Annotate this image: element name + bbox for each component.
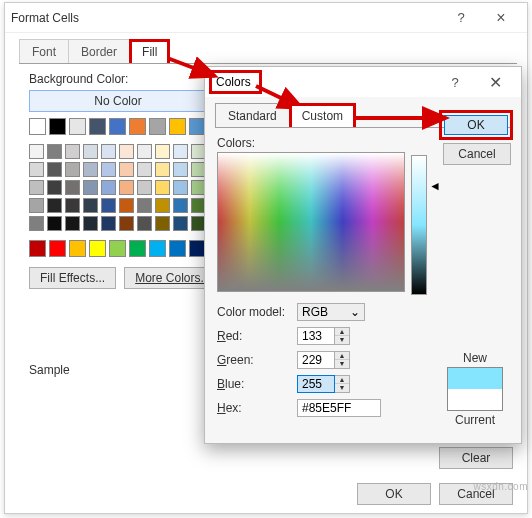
red-label: Red: [217,329,297,343]
spin-up-icon[interactable]: ▲ [335,328,349,336]
green-input[interactable] [297,351,335,369]
current-color-swatch [448,389,502,410]
colors-ok-button[interactable]: OK [444,115,508,135]
blue-spinner[interactable]: ▲▼ [297,375,350,393]
color-swatch[interactable] [83,180,98,195]
color-swatch[interactable] [155,216,170,231]
color-swatch[interactable] [119,198,134,213]
color-swatch[interactable] [155,144,170,159]
color-swatch[interactable] [29,118,46,135]
color-swatch[interactable] [173,144,188,159]
color-swatch[interactable] [29,162,44,177]
color-swatch[interactable] [137,144,152,159]
colors-help-button[interactable]: ? [435,68,475,96]
new-label: New [443,351,507,365]
color-swatch[interactable] [29,180,44,195]
color-swatch[interactable] [119,216,134,231]
color-swatch[interactable] [83,144,98,159]
color-swatch[interactable] [47,180,62,195]
color-swatch[interactable] [49,118,66,135]
color-swatch[interactable] [83,198,98,213]
color-swatch[interactable] [101,144,116,159]
color-swatch[interactable] [137,198,152,213]
color-swatch[interactable] [29,216,44,231]
color-swatch[interactable] [155,198,170,213]
color-swatch[interactable] [169,240,186,257]
ok-button[interactable]: OK [357,483,431,505]
color-swatch[interactable] [29,240,46,257]
color-swatch[interactable] [101,180,116,195]
tab-border[interactable]: Border [68,39,130,63]
color-swatch[interactable] [49,240,66,257]
color-swatch[interactable] [83,216,98,231]
tab-custom[interactable]: Custom [289,103,356,127]
color-swatch[interactable] [69,118,86,135]
spectrum-picker[interactable] [217,152,405,292]
color-swatch[interactable] [149,118,166,135]
color-swatch[interactable] [65,180,80,195]
colors-cancel-button[interactable]: Cancel [443,143,511,165]
color-swatch[interactable] [129,240,146,257]
color-swatch[interactable] [89,118,106,135]
color-swatch[interactable] [149,240,166,257]
color-swatch[interactable] [65,216,80,231]
help-button[interactable]: ? [441,4,481,32]
color-swatch[interactable] [119,144,134,159]
titlebar: Format Cells ? × [5,3,527,33]
fill-effects-button[interactable]: Fill Effects... [29,267,116,289]
tab-fill[interactable]: Fill [129,39,170,63]
color-swatch[interactable] [101,216,116,231]
no-color-button[interactable]: No Color [29,90,207,112]
color-swatch[interactable] [155,162,170,177]
color-swatch[interactable] [47,216,62,231]
color-swatch[interactable] [83,162,98,177]
color-swatch[interactable] [65,198,80,213]
red-input[interactable] [297,327,335,345]
color-swatch[interactable] [155,180,170,195]
color-swatch[interactable] [173,180,188,195]
color-swatch[interactable] [137,162,152,177]
red-spinner[interactable]: ▲▼ [297,327,350,345]
close-button[interactable]: × [481,4,521,32]
tab-standard[interactable]: Standard [215,103,290,127]
green-spinner[interactable]: ▲▼ [297,351,350,369]
luminance-slider[interactable] [411,155,427,295]
color-swatch[interactable] [29,198,44,213]
colors-dialog: Colors ? ✕ Standard Custom OK Cancel Col… [204,66,522,444]
hex-label: Hex: [217,401,297,415]
color-model-select[interactable]: RGB ⌄ [297,303,365,321]
clear-button[interactable]: Clear [439,447,513,469]
spin-down-icon[interactable]: ▼ [335,336,349,344]
chevron-down-icon: ⌄ [350,305,360,319]
color-swatch[interactable] [101,198,116,213]
color-swatch[interactable] [47,144,62,159]
color-swatch[interactable] [173,198,188,213]
green-label: Green: [217,353,297,367]
color-swatch[interactable] [173,216,188,231]
color-swatch[interactable] [169,118,186,135]
color-swatch[interactable] [137,180,152,195]
color-swatch[interactable] [89,240,106,257]
color-swatch[interactable] [109,240,126,257]
color-swatch[interactable] [129,118,146,135]
current-label: Current [443,413,507,427]
color-preview: New Current [443,351,507,427]
color-swatch[interactable] [119,180,134,195]
watermark: wsxdn.com [473,481,528,492]
color-swatch[interactable] [65,144,80,159]
color-swatch[interactable] [47,198,62,213]
blue-input[interactable] [297,375,335,393]
color-swatch[interactable] [29,144,44,159]
color-swatch[interactable] [65,162,80,177]
hex-input[interactable] [297,399,381,417]
color-model-label: Color model: [217,305,297,319]
color-swatch[interactable] [137,216,152,231]
colors-close-button[interactable]: ✕ [475,68,515,96]
color-swatch[interactable] [69,240,86,257]
tab-font[interactable]: Font [19,39,69,63]
color-swatch[interactable] [173,162,188,177]
color-swatch[interactable] [101,162,116,177]
color-swatch[interactable] [119,162,134,177]
color-swatch[interactable] [47,162,62,177]
color-swatch[interactable] [109,118,126,135]
